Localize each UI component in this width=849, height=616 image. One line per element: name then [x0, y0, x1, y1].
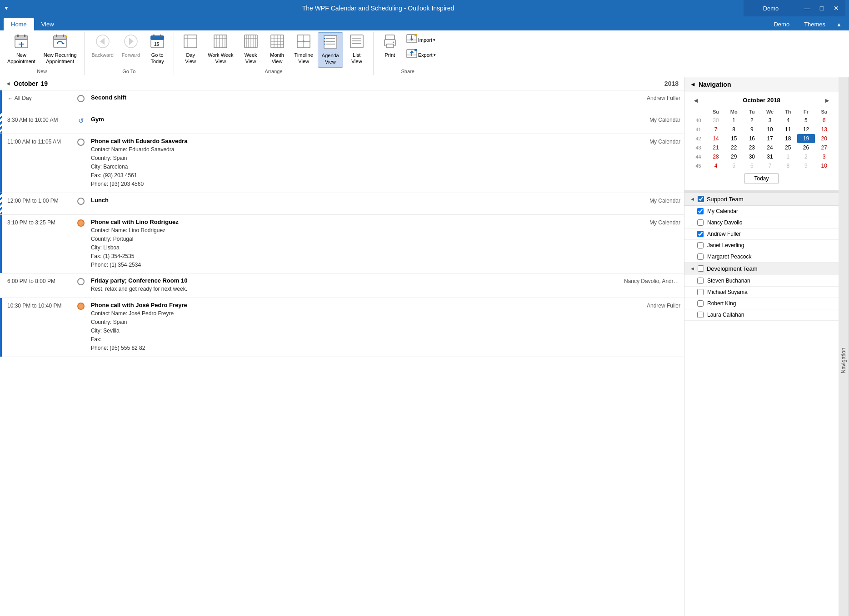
calendar-day[interactable]: 13 — [815, 125, 833, 134]
mini-cal-next-btn[interactable]: ► — [821, 96, 833, 105]
agenda-item[interactable]: 8:30 AM to 10:00 AM↺GymMy Calendar — [0, 112, 684, 134]
agenda-item[interactable]: 3:10 PM to 3:25 PMPhone call with Lino R… — [0, 215, 684, 274]
calendar-day[interactable]: 21 — [707, 143, 725, 152]
calendar-day[interactable]: 30 — [707, 116, 725, 125]
resource-checkbox-0-4[interactable] — [697, 253, 704, 260]
calendar-day[interactable]: 4 — [707, 161, 725, 170]
calendar-day[interactable]: 31 — [761, 152, 779, 161]
new-appointment-button[interactable]: New Appointment — [4, 32, 39, 67]
group-checkbox-1[interactable] — [698, 265, 704, 272]
calendar-day[interactable]: 3 — [815, 152, 833, 161]
resource-item[interactable]: Michael Suyama — [684, 287, 839, 298]
quick-access-btn[interactable]: ▼ — [4, 5, 9, 11]
collapse-day-btn[interactable]: ◄ — [5, 80, 11, 87]
list-view-button[interactable]: List View — [344, 32, 370, 67]
week-view-button[interactable]: Week View — [238, 32, 264, 67]
resource-checkbox-1-3[interactable] — [697, 312, 704, 318]
forward-button[interactable]: Forward — [118, 32, 144, 60]
resource-group-header-1[interactable]: ◄Development Team — [684, 263, 839, 275]
timeline-view-button[interactable]: Timeline View — [291, 32, 317, 67]
resource-item[interactable]: Steven Buchanan — [684, 275, 839, 287]
calendar-day[interactable]: 30 — [743, 152, 761, 161]
calendar-day[interactable]: 10 — [761, 125, 779, 134]
calendar-day[interactable]: 2 — [797, 152, 815, 161]
calendar-day[interactable]: 10 — [815, 161, 833, 170]
calendar-day[interactable]: 23 — [743, 143, 761, 152]
minimize-button[interactable]: — — [800, 2, 814, 15]
resource-checkbox-1-1[interactable] — [697, 289, 704, 295]
calendar-day[interactable]: 7 — [761, 161, 779, 170]
export-button[interactable]: Export ▾ — [404, 47, 439, 62]
calendar-day[interactable]: 22 — [725, 143, 743, 152]
resource-checkbox-0-0[interactable] — [697, 208, 704, 214]
group-checkbox-0[interactable] — [698, 196, 704, 202]
resource-checkbox-1-0[interactable] — [697, 278, 704, 284]
calendar-day[interactable]: 3 — [761, 116, 779, 125]
print-button[interactable]: Print — [377, 32, 403, 60]
import-button[interactable]: Import ▾ — [404, 32, 439, 47]
calendar-day[interactable]: 2 — [743, 116, 761, 125]
calendar-day[interactable]: 28 — [707, 152, 725, 161]
calendar-day[interactable]: 20 — [815, 134, 833, 143]
tab-demo[interactable]: Demo — [766, 18, 797, 30]
agenda-item[interactable]: 11:00 AM to 11:05 AMPhone call with Edua… — [0, 134, 684, 193]
new-recurring-appointment-button[interactable]: ★ New Recurring Appointment — [40, 32, 80, 67]
calendar-day[interactable]: 25 — [779, 143, 797, 152]
resource-group-header-0[interactable]: ◄Support Team — [684, 193, 839, 206]
agenda-item[interactable]: ← All DaySecond shiftAndrew Fuller — [0, 90, 684, 112]
go-to-today-button[interactable]: 15 Go to Today — [145, 32, 170, 67]
nav-panel-header[interactable]: ◄ Navigation — [684, 77, 839, 92]
calendar-day[interactable]: 5 — [725, 161, 743, 170]
resource-item[interactable]: Andrew Fuller — [684, 229, 839, 240]
calendar-day[interactable]: 1 — [779, 152, 797, 161]
calendar-day[interactable]: 26 — [797, 143, 815, 152]
resource-item[interactable]: My Calendar — [684, 206, 839, 217]
ribbon-collapse-btn[interactable]: ▲ — [833, 19, 845, 30]
backward-button[interactable]: Backward — [88, 32, 117, 60]
calendar-day[interactable]: 5 — [797, 116, 815, 125]
calendar-day[interactable]: 24 — [761, 143, 779, 152]
calendar-day[interactable]: 6 — [815, 116, 833, 125]
day-view-button[interactable]: Day View — [178, 32, 203, 67]
tab-themes[interactable]: Themes — [797, 18, 833, 30]
calendar-day[interactable]: 14 — [707, 134, 725, 143]
nav-sidebar-tab[interactable]: Navigation — [839, 77, 849, 616]
calendar-day[interactable]: 9 — [797, 161, 815, 170]
resource-checkbox-0-3[interactable] — [697, 242, 704, 248]
calendar-day[interactable]: 18 — [779, 134, 797, 143]
today-button[interactable]: Today — [744, 173, 778, 184]
tab-home[interactable]: Home — [4, 18, 34, 30]
agenda-view-button[interactable]: Agenda View — [318, 32, 343, 68]
resource-checkbox-0-2[interactable] — [697, 231, 704, 237]
month-view-button[interactable]: Month View — [265, 32, 290, 67]
resource-item[interactable]: Nancy Davolio — [684, 217, 839, 229]
resource-item[interactable]: Margaret Peacock — [684, 251, 839, 263]
calendar-day[interactable]: 12 — [797, 125, 815, 134]
agenda-item[interactable]: 12:00 PM to 1:00 PMLunchMy Calendar — [0, 193, 684, 215]
calendar-day[interactable]: 19 — [797, 134, 815, 143]
calendar-day[interactable]: 11 — [779, 125, 797, 134]
calendar-day[interactable]: 15 — [725, 134, 743, 143]
calendar-day[interactable]: 9 — [743, 125, 761, 134]
mini-cal-prev-btn[interactable]: ◄ — [690, 96, 702, 105]
resource-checkbox-1-2[interactable] — [697, 300, 704, 307]
resource-checkbox-0-1[interactable] — [697, 219, 704, 226]
maximize-button[interactable]: □ — [814, 2, 829, 15]
calendar-day[interactable]: 16 — [743, 134, 761, 143]
work-week-view-button[interactable]: Work Week View — [204, 32, 237, 67]
calendar-day[interactable]: 17 — [761, 134, 779, 143]
calendar-day[interactable]: 4 — [779, 116, 797, 125]
quick-access-toolbar[interactable]: ▼ — [4, 5, 13, 11]
calendar-day[interactable]: 8 — [725, 125, 743, 134]
resource-item[interactable]: Laura Callahan — [684, 309, 839, 321]
calendar-day[interactable]: 7 — [707, 125, 725, 134]
resource-item[interactable]: Robert King — [684, 298, 839, 309]
agenda-item[interactable]: 6:00 PM to 8:00 PMFriday party; Conferen… — [0, 273, 684, 298]
calendar-day[interactable]: 27 — [815, 143, 833, 152]
close-button[interactable]: ✕ — [829, 2, 844, 15]
calendar-day[interactable]: 6 — [743, 161, 761, 170]
calendar-day[interactable]: 29 — [725, 152, 743, 161]
agenda-item[interactable]: 10:30 PM to 10:40 PMPhone call with José… — [0, 298, 684, 357]
resource-item[interactable]: Janet Leverling — [684, 240, 839, 251]
calendar-day[interactable]: 8 — [779, 161, 797, 170]
